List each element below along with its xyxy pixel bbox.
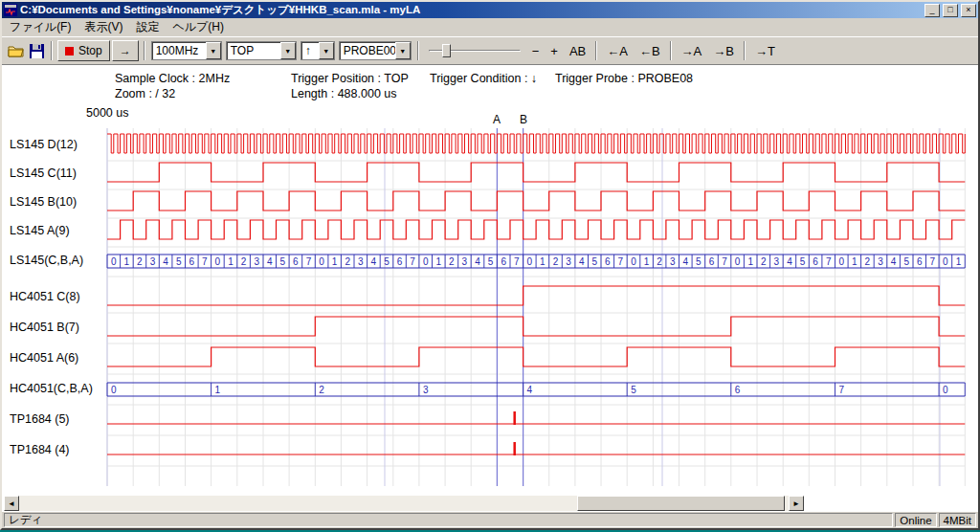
svg-text:4: 4 xyxy=(527,385,533,395)
svg-text:3: 3 xyxy=(254,256,259,267)
trigger-probe-value: PROBE00 xyxy=(340,44,395,57)
slider-thumb[interactable] xyxy=(442,44,451,57)
scroll-left-icon[interactable]: ◄ xyxy=(4,496,19,511)
scrollbar-track[interactable] xyxy=(19,496,789,511)
length-info: Length : 488.000 us xyxy=(291,87,397,100)
svg-text:4: 4 xyxy=(475,256,480,267)
svg-text:7: 7 xyxy=(930,256,936,267)
svg-text:2: 2 xyxy=(345,256,350,267)
zoom-info: Zoom : / 32 xyxy=(115,87,175,100)
title-bar: C:¥Documents and Settings¥noname¥デスクトップ¥… xyxy=(2,2,978,18)
close-button[interactable]: × xyxy=(961,4,976,17)
svg-text:3: 3 xyxy=(670,256,676,267)
goto-trigger-button[interactable]: →T xyxy=(749,42,781,60)
stop-label: Stop xyxy=(78,44,102,57)
svg-text:1: 1 xyxy=(540,256,546,267)
svg-text:7: 7 xyxy=(722,256,727,267)
sample-clock-info: Sample Clock : 2MHz xyxy=(115,72,230,85)
sample-clock-select[interactable]: 100MHz ▼ xyxy=(151,41,222,60)
svg-text:4: 4 xyxy=(163,256,168,267)
svg-text:0: 0 xyxy=(111,385,117,395)
svg-text:2: 2 xyxy=(865,256,871,267)
cursor-b-label[interactable]: B xyxy=(517,113,530,126)
run-button[interactable]: → xyxy=(112,40,139,61)
svg-text:7: 7 xyxy=(514,256,520,267)
svg-text:0: 0 xyxy=(319,256,324,267)
scroll-right-icon[interactable]: ► xyxy=(789,496,804,511)
svg-text:1: 1 xyxy=(332,256,338,267)
trigger-position-value: TOP xyxy=(227,44,280,57)
svg-text:2: 2 xyxy=(319,385,324,395)
chevron-down-icon[interactable]: ▼ xyxy=(206,42,221,59)
chevron-down-icon[interactable]: ▼ xyxy=(280,42,296,59)
cursor-a-label[interactable]: A xyxy=(490,113,503,126)
svg-text:3: 3 xyxy=(150,256,156,267)
save-button[interactable] xyxy=(26,40,47,61)
svg-text:6: 6 xyxy=(293,256,299,267)
minimize-button[interactable]: _ xyxy=(924,4,940,17)
svg-text:5: 5 xyxy=(592,256,598,267)
trigger-probe-select[interactable]: PROBE00 ▼ xyxy=(339,41,412,60)
waveform-plot[interactable]: 0123456701234567012345670123456701234567… xyxy=(2,126,974,490)
horizontal-scrollbar[interactable]: ◄ ► xyxy=(4,496,804,511)
trigger-probe-info: Trigger Probe : PROBE08 xyxy=(555,72,693,85)
svg-text:7: 7 xyxy=(618,256,624,267)
svg-text:2: 2 xyxy=(137,256,143,267)
svg-text:0: 0 xyxy=(631,256,636,267)
svg-text:5: 5 xyxy=(800,256,806,267)
svg-text:1: 1 xyxy=(747,256,753,267)
goto-b-right-button[interactable]: →B xyxy=(707,42,740,60)
zoom-out-button[interactable]: − xyxy=(526,42,546,60)
menu-help[interactable]: ヘルプ(H) xyxy=(166,17,231,37)
svg-text:2: 2 xyxy=(553,256,559,267)
svg-text:4: 4 xyxy=(371,256,377,267)
goto-a-left-button[interactable]: ←A xyxy=(601,42,634,60)
time-division-label: 5000 us xyxy=(86,106,128,120)
trigger-edge-value: ↑ xyxy=(301,44,319,57)
chevron-down-icon[interactable]: ▼ xyxy=(395,42,411,59)
trigger-position-select[interactable]: TOP ▼ xyxy=(226,41,297,60)
chevron-down-icon[interactable]: ▼ xyxy=(319,42,334,59)
menu-bar: ファイル(F) 表示(V) 設定 ヘルプ(H) xyxy=(2,18,978,36)
goto-b-left-button[interactable]: ←B xyxy=(634,42,666,60)
svg-text:2: 2 xyxy=(657,256,662,267)
svg-text:1: 1 xyxy=(124,256,130,267)
goto-a-right-button[interactable]: →A xyxy=(676,42,708,60)
svg-text:6: 6 xyxy=(189,256,195,267)
ab-range-button[interactable]: AB xyxy=(564,42,591,60)
floppy-icon xyxy=(30,44,44,58)
menu-settings[interactable]: 設定 xyxy=(129,17,166,37)
sample-clock-value: 100MHz xyxy=(152,44,206,57)
stop-button[interactable]: Stop xyxy=(57,40,110,61)
svg-text:4: 4 xyxy=(267,256,273,267)
menu-view[interactable]: 表示(V) xyxy=(78,17,129,37)
open-file-button[interactable] xyxy=(5,40,26,61)
svg-text:1: 1 xyxy=(215,385,221,395)
scrollbar-thumb[interactable] xyxy=(577,496,785,511)
svg-text:5: 5 xyxy=(903,256,909,267)
svg-text:5: 5 xyxy=(176,256,182,267)
trigger-position-info: Trigger Position : TOP xyxy=(291,72,409,85)
trigger-edge-select[interactable]: ↑ ▼ xyxy=(301,41,335,60)
zoom-slider[interactable] xyxy=(429,41,521,60)
status-ready: レディ xyxy=(4,513,893,527)
svg-text:7: 7 xyxy=(410,256,415,267)
svg-text:6: 6 xyxy=(709,256,715,267)
zoom-in-button[interactable]: + xyxy=(545,42,564,60)
svg-text:5: 5 xyxy=(280,256,286,267)
status-online: Online xyxy=(895,513,936,527)
svg-text:7: 7 xyxy=(826,256,832,267)
trigger-condition-info: Trigger Condition : ↓ xyxy=(430,72,537,85)
svg-text:6: 6 xyxy=(813,256,818,267)
maximize-button[interactable]: □ xyxy=(943,4,958,17)
svg-text:0: 0 xyxy=(527,256,533,267)
svg-text:6: 6 xyxy=(501,256,506,267)
status-memory: 4MBit xyxy=(939,513,976,527)
svg-text:4: 4 xyxy=(683,256,689,267)
toolbar-separator xyxy=(744,41,746,60)
svg-text:2: 2 xyxy=(241,256,247,267)
svg-text:4: 4 xyxy=(787,256,792,267)
svg-text:1: 1 xyxy=(436,256,442,267)
svg-text:5: 5 xyxy=(488,256,494,267)
menu-file[interactable]: ファイル(F) xyxy=(3,17,78,37)
